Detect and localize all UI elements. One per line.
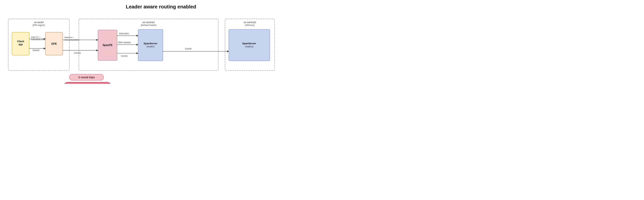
spanserver-replica-label2: (replica) <box>245 45 253 48</box>
region-central-sublabel: (Default leader) <box>141 24 156 26</box>
region-central2-label: us-central2 <box>244 21 256 24</box>
region-east-sublabel: (RW region) <box>33 24 45 26</box>
arrow-commit-spanfe-leader: Commit <box>121 55 128 57</box>
region-east-label: us-east4 <box>34 21 44 24</box>
spanserver-replica-label1: SpanServer <box>242 42 256 45</box>
arrow-commit-gfe-spanfe: Commit <box>74 52 81 54</box>
page: Leader aware routing enabled us-east4 (R… <box>0 0 322 100</box>
region-central2-sublabel: (Witness) <box>245 24 255 26</box>
arrow-commit-leader-replica: Commit <box>185 48 192 50</box>
arrow-commit-east-label: Commit <box>33 49 39 51</box>
arrow-issue-query: Issue query <box>119 32 129 34</box>
diagram-svg: us-east4 (RW region) Client app BeginTxn… <box>6 13 316 84</box>
badge-latency-bg <box>64 82 111 84</box>
arrow-other-requests: Other requests <box>118 41 131 43</box>
client-app-label: Client <box>17 40 24 43</box>
page-title: Leader aware routing enabled <box>6 4 316 10</box>
arrow-begin-txn-label1: BeginTxn + <box>31 36 40 38</box>
gfe-label: GFE <box>51 42 57 45</box>
spanfe-label: SpanFE <box>102 43 112 46</box>
region-central-label: us-central1 <box>142 21 155 24</box>
client-app-label2: app <box>18 43 23 46</box>
badge-roundtrips-text: 2 round trips <box>78 76 95 79</box>
spanserver-leader-label2: (leader) <box>146 45 154 48</box>
arrow-begin-txn-label2: ExecuteSql (DML) <box>31 38 46 40</box>
arrow-gfe-begin-label2: ExecuteSql (DML) <box>64 39 79 41</box>
arrow-gfe-begin-label1: BeginTxn + <box>64 36 74 38</box>
spanserver-leader-label1: SpanServer <box>144 42 157 45</box>
